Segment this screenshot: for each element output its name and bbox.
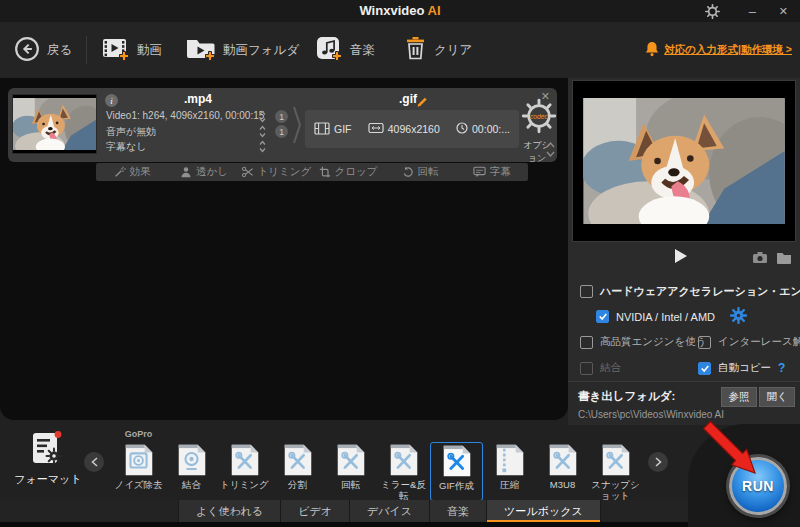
auto-copy-checkbox-row[interactable]: 自動コピー ? (698, 361, 785, 375)
source-filename: .mp4 (108, 92, 288, 106)
toolbox-item-m3u8[interactable]: M3U8 (536, 442, 589, 501)
tools-page-icon (545, 442, 581, 478)
output-summary[interactable]: GIF 4096x2160 00:00:... (305, 110, 519, 148)
add-video-icon (102, 36, 130, 65)
track-sort-icon[interactable] (259, 110, 266, 125)
bottom-tab-bar: よく使われる ビデオ デバイス 音楽 ツールボックス (0, 500, 800, 522)
rotate-icon (402, 166, 414, 178)
title-bar: Winxvideo AI – ✕ (0, 0, 800, 22)
resolution-icon (368, 122, 384, 136)
toolbox-prev-button[interactable] (84, 452, 104, 472)
gpu-checkbox-row[interactable]: NVIDIA / Intel / AMD (596, 307, 747, 326)
tab-crop[interactable]: クロップ (312, 163, 384, 181)
toolbox-item-trim[interactable]: トリミング (218, 442, 271, 501)
toolbox-item-rotate[interactable]: 回転 (324, 442, 377, 501)
snapshot-camera-icon[interactable] (752, 250, 768, 268)
subtitle-bubble-icon (473, 166, 486, 178)
minimize-button[interactable]: – (749, 0, 756, 22)
video-preview (572, 80, 796, 242)
output-duration: 00:00:... (456, 122, 510, 136)
crop-icon (319, 166, 331, 178)
back-button[interactable]: 戻る (14, 22, 72, 78)
browse-button[interactable]: 参照 (721, 387, 757, 407)
add-video-folder-icon (186, 36, 216, 65)
tab-device[interactable]: デバイス (349, 500, 429, 522)
output-filename: .gif (308, 92, 508, 106)
format-label: フォーマット (4, 472, 92, 487)
toolbox-item-split[interactable]: 分割 (271, 442, 324, 501)
tab-music[interactable]: 音楽 (429, 500, 486, 522)
hw-accel-checkbox-row[interactable]: ハードウェアアクセラレーション・エンジン: (580, 284, 800, 299)
toolbox-next-button[interactable] (648, 452, 668, 472)
tab-effects[interactable]: 効果 (96, 163, 168, 181)
main-toolbar: 戻る 動画 動画フォルダ 音楽 クリア 対応の入力形式|動作環境 > (0, 22, 800, 78)
window-bottom-strip (0, 522, 800, 527)
tab-rotate[interactable]: 回転 (384, 163, 456, 181)
denoise-page-icon (121, 442, 157, 478)
supported-formats-link[interactable]: 対応の入力形式|動作環境 > (645, 22, 792, 78)
format-film-icon (314, 122, 330, 137)
gpu-checkbox[interactable] (596, 310, 609, 323)
file-card: ✕ i .mp4 Video1: h264, 4096x2160, 00:00:… (8, 88, 557, 162)
audio-track-count: 1 (275, 125, 288, 138)
hw-accel-checkbox[interactable] (580, 285, 593, 298)
toolbar-divider (86, 36, 87, 64)
toolbox-item-compress[interactable]: 圧縮 (483, 442, 536, 501)
zip-page-icon (492, 442, 528, 478)
open-folder-icon[interactable] (776, 250, 792, 268)
tab-video[interactable]: ビデオ (280, 500, 349, 522)
tab-trim[interactable]: トリミング (240, 163, 312, 181)
clear-button[interactable]: クリア (404, 22, 472, 78)
audio-track-row[interactable]: 音声が無効 1 (106, 125, 288, 138)
tab-toolbox[interactable]: ツールボックス (486, 500, 601, 522)
subtitle-track-row[interactable]: 字幕なし (106, 140, 288, 153)
auto-copy-checkbox[interactable] (698, 362, 711, 375)
output-resolution: 4096x2160 (368, 122, 440, 136)
toolbox-item-denoise[interactable]: GoPro ノイズ除去 (112, 442, 165, 501)
tools-page-icon (280, 442, 316, 478)
tab-subtitle[interactable]: 字幕 (456, 163, 528, 181)
high-quality-checkbox-row[interactable]: 高品質エンジンを使う (580, 335, 706, 349)
toolbox-item-merge[interactable]: 結合 (165, 442, 218, 501)
track-sort-icon[interactable] (259, 140, 266, 155)
rename-pencil-icon[interactable] (416, 93, 429, 111)
toolbox-item-mirror[interactable]: ミラー&反転 (377, 442, 430, 501)
track-sort-icon[interactable] (259, 125, 266, 140)
scissors-icon (241, 166, 254, 178)
format-button[interactable] (28, 430, 68, 472)
settings-gear-icon[interactable] (705, 0, 720, 22)
toolbox-bar: フォーマット GoPro ノイズ除去 結合 トリミング 分割 回 (0, 420, 800, 500)
preview-panel: ハードウェアアクセラレーション・エンジン: NVIDIA / Intel / A… (568, 78, 800, 425)
open-button[interactable]: 開く (759, 387, 795, 407)
export-folder-label: 書き出しフォルダ: (578, 389, 675, 404)
format-doc-icon (28, 430, 66, 468)
clock-icon (456, 122, 468, 136)
play-button[interactable] (674, 248, 688, 268)
back-icon (14, 36, 40, 65)
merge-checkbox[interactable] (580, 362, 593, 375)
annotation-arrow-icon (694, 420, 762, 488)
tools-page-icon (598, 442, 634, 478)
add-music-button[interactable]: 音楽 (316, 22, 375, 78)
app-title: Winxvideo AI (0, 3, 800, 18)
tab-popular[interactable]: よく使われる (178, 500, 280, 522)
deinterlace-checkbox-row[interactable]: インターレース解除 (698, 335, 800, 349)
gpu-settings-gear-icon[interactable] (730, 307, 747, 326)
merge-checkbox-row[interactable]: 結合 (580, 361, 621, 375)
high-quality-checkbox[interactable] (580, 336, 593, 349)
close-button[interactable]: ✕ (779, 0, 788, 22)
toolbox-item-snapshot[interactable]: スナップショット (589, 442, 642, 501)
app-window: Winxvideo AI – ✕ 戻る 動画 動画フォルダ 音楽 クリア (0, 0, 800, 527)
reorder-arrows[interactable] (546, 142, 555, 157)
tools-page-icon-selected (439, 443, 475, 479)
help-icon[interactable]: ? (778, 361, 785, 375)
video-track-row[interactable]: Video1: h264, 4096x2160, 00:00:15 1 (106, 110, 288, 123)
tab-watermark[interactable]: 透かし (168, 163, 240, 181)
add-video-folder-button[interactable]: 動画フォルダ (186, 22, 299, 78)
source-thumbnail[interactable] (12, 94, 97, 154)
tools-page-icon (386, 442, 422, 478)
tools-page-icon (333, 442, 369, 478)
deinterlace-checkbox[interactable] (698, 336, 711, 349)
add-video-button[interactable]: 動画 (102, 22, 162, 78)
toolbox-item-gif-maker[interactable]: GIF作成 (430, 442, 483, 501)
